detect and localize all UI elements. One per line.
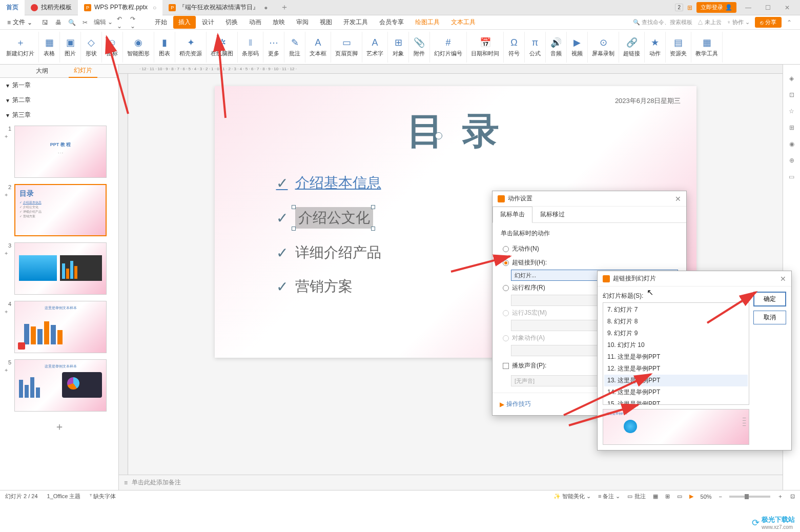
selection-handle[interactable] bbox=[371, 205, 375, 209]
thumbnail-4[interactable]: 4✦ 这里是举例文本样本 bbox=[0, 298, 118, 356]
slide-list-item[interactable]: 14. 这里是举例PPT bbox=[604, 386, 748, 398]
thumbnail-3[interactable]: 3✦ bbox=[0, 239, 118, 298]
ribbon-超链接[interactable]: 🔗超链接 bbox=[619, 32, 645, 63]
ribbon-新建幻灯片[interactable]: ＋新建幻灯片 bbox=[2, 32, 39, 63]
ribbon-附件[interactable]: 📎附件 bbox=[409, 32, 430, 63]
selection-handle[interactable] bbox=[292, 205, 296, 209]
redo-icon[interactable]: ↷ ⌄ bbox=[130, 18, 139, 27]
notes-bar[interactable]: ≡ 单击此处添加备注 bbox=[119, 475, 783, 490]
outline-tab[interactable]: 大纲 bbox=[31, 65, 53, 77]
tab-design[interactable]: 设计 bbox=[197, 16, 219, 29]
ribbon-音频[interactable]: 🔊音频 bbox=[546, 32, 567, 63]
file-tab-2[interactable]: P『端午狂欢祝福浓情满节日』● bbox=[162, 0, 274, 15]
close-icon[interactable]: ✕ bbox=[780, 275, 786, 283]
transition-icon[interactable]: ⊞ bbox=[789, 124, 794, 131]
print-icon[interactable]: 🖶 bbox=[54, 18, 63, 27]
selection-handle[interactable] bbox=[292, 227, 296, 231]
toc-item-2[interactable]: ✓介绍公文化 bbox=[276, 200, 373, 236]
tab-mouse-over[interactable]: 鼠标移过 bbox=[532, 207, 572, 222]
add-slide-button[interactable]: ＋ bbox=[0, 415, 118, 439]
ribbon-在线脑图[interactable]: ✲在线脑图 bbox=[207, 32, 238, 63]
design-icon[interactable]: ◈ bbox=[789, 75, 794, 82]
ribbon-教学工具[interactable]: ▦教学工具 bbox=[691, 32, 723, 63]
missing-font[interactable]: ᵀ 缺失字体 bbox=[90, 493, 116, 500]
slide-list-item[interactable]: 9. 幻灯片 9 bbox=[604, 328, 748, 339]
radio-none[interactable]: 无动作(N) bbox=[501, 242, 678, 256]
comments-toggle[interactable]: ▭ 批注 bbox=[627, 493, 645, 500]
ribbon-屏幕录制[interactable]: ⊙屏幕录制 bbox=[588, 32, 619, 63]
ribbon-视频[interactable]: ▶视频 bbox=[567, 32, 588, 63]
login-button[interactable]: 立即登录👤 bbox=[696, 2, 736, 13]
file-tab-active[interactable]: PWPS PPT教程.pptx○ bbox=[78, 0, 162, 15]
selection-handle[interactable] bbox=[371, 227, 375, 231]
close-window-button[interactable]: ✕ bbox=[780, 4, 795, 11]
view-reading-icon[interactable]: ▭ bbox=[677, 493, 682, 500]
rotate-handle[interactable] bbox=[435, 132, 442, 139]
close-icon[interactable]: ✕ bbox=[675, 195, 681, 203]
slide-list-item[interactable]: 7. 幻灯片 7 bbox=[604, 304, 748, 316]
tab-view[interactable]: 视图 bbox=[315, 16, 337, 29]
close-icon[interactable]: ○ bbox=[153, 4, 156, 11]
cancel-button[interactable]: 取消 bbox=[753, 311, 786, 324]
slideshow-icon[interactable]: ▶ bbox=[689, 493, 693, 500]
tab-member[interactable]: 会员专享 bbox=[374, 16, 409, 29]
zoom-in-icon[interactable]: ＋ bbox=[777, 493, 783, 500]
zoom-slider[interactable] bbox=[729, 496, 770, 498]
ribbon-文本框[interactable]: A文本框 bbox=[305, 32, 331, 63]
slide-title[interactable]: 目 录 bbox=[240, 107, 671, 156]
tab-start[interactable]: 开始 bbox=[150, 16, 172, 29]
dialog-titlebar[interactable]: 动作设置 ✕ bbox=[493, 191, 686, 207]
ribbon-符号[interactable]: Ω符号 bbox=[504, 32, 525, 63]
ribbon-批注[interactable]: ✎批注 bbox=[284, 32, 305, 63]
ribbon-幻灯片编号[interactable]: #幻灯片编号 bbox=[430, 32, 467, 63]
thumbnail-5[interactable]: 5✦ 这里是举例文本样本 bbox=[0, 356, 118, 415]
view-sorter-icon[interactable]: ⊞ bbox=[665, 493, 670, 500]
ribbon-页眉页脚[interactable]: ▭页眉页脚 bbox=[331, 32, 362, 63]
tab-mouse-click[interactable]: 鼠标单击 bbox=[493, 207, 532, 223]
tab-animation[interactable]: 动画 bbox=[244, 16, 266, 29]
book-icon[interactable]: ▭ bbox=[789, 173, 794, 180]
slide-list-item[interactable]: 10. 幻灯片 10 bbox=[604, 339, 748, 351]
ribbon-动作[interactable]: ★动作 bbox=[645, 32, 666, 63]
command-search[interactable]: 🔍 查找命令、搜索模板 bbox=[633, 18, 692, 26]
cloud-status[interactable]: △ 未上云 bbox=[698, 18, 722, 26]
badge-icon[interactable]: 2 bbox=[675, 4, 683, 11]
thumbnail-1[interactable]: 1✦ PPT 教 程- - - bbox=[0, 122, 118, 181]
tab-insert[interactable]: 插入 bbox=[173, 16, 196, 29]
collab-button[interactable]: ♀ 协作 ⌄ bbox=[727, 18, 750, 26]
select-icon[interactable]: ⊡ bbox=[789, 91, 794, 98]
collapse-ribbon-icon[interactable]: ⌃ bbox=[787, 19, 792, 26]
new-tab-button[interactable]: ＋ bbox=[274, 2, 295, 13]
save-icon[interactable]: 🖫 bbox=[40, 18, 50, 27]
slide-list-item[interactable]: 15. 这里是举例PPT bbox=[604, 398, 748, 405]
chapter-2[interactable]: ▾ 第二章 bbox=[0, 93, 118, 108]
fit-icon[interactable]: ⊡ bbox=[790, 493, 795, 500]
share-button[interactable]: ⎋ 分享 bbox=[755, 17, 782, 28]
beautify-button[interactable]: ✨ 智能美化 ⌄ bbox=[553, 493, 591, 500]
ribbon-公式[interactable]: π公式 bbox=[525, 32, 546, 63]
undo-icon[interactable]: ↶ ⌄ bbox=[117, 18, 126, 27]
ok-button[interactable]: 确定 bbox=[753, 292, 786, 306]
radio-hyperlink[interactable]: 超链接到(H): bbox=[501, 256, 678, 270]
ribbon-表格[interactable]: ▦表格 bbox=[39, 32, 60, 63]
ribbon-图片[interactable]: ▣图片 bbox=[60, 32, 81, 63]
ribbon-资源夹[interactable]: ▤资源夹 bbox=[666, 32, 691, 63]
maximize-button[interactable]: ☐ bbox=[760, 4, 775, 11]
grid-icon[interactable]: ⊞ bbox=[687, 4, 692, 11]
file-menu[interactable]: ≡ 文件 ⌄ bbox=[4, 18, 35, 27]
ribbon-图标[interactable]: ☺图标 bbox=[102, 32, 123, 63]
close-icon[interactable]: ● bbox=[264, 4, 268, 11]
ribbon-形状[interactable]: ◇形状 bbox=[81, 32, 102, 63]
tab-devtools[interactable]: 开发工具 bbox=[338, 16, 373, 29]
dialog-titlebar[interactable]: 超链接到幻灯片 ✕ bbox=[598, 271, 791, 287]
slide-list[interactable]: 7. 幻灯片 78. 幻灯片 89. 幻灯片 910. 幻灯片 1011. 这里… bbox=[603, 302, 749, 405]
preview-icon[interactable]: 🔍 bbox=[67, 18, 76, 27]
minimize-button[interactable]: — bbox=[741, 4, 756, 11]
thumbnail-2[interactable]: 2✦ 目录✓ 介绍基本信息✓ 介绍公文化✓ 详细介绍产品✓ 营销方案 bbox=[0, 181, 118, 239]
zoom-out-icon[interactable]: − bbox=[719, 494, 722, 500]
chapter-1[interactable]: ▾ 第一章 bbox=[0, 78, 118, 93]
slide-list-item[interactable]: 13. 这里是举例PPT bbox=[604, 375, 748, 386]
edit-dropdown[interactable]: 编辑 ⌄ bbox=[94, 18, 113, 27]
tab-review[interactable]: 审阅 bbox=[291, 16, 314, 29]
star-icon[interactable]: ☆ bbox=[789, 108, 794, 115]
